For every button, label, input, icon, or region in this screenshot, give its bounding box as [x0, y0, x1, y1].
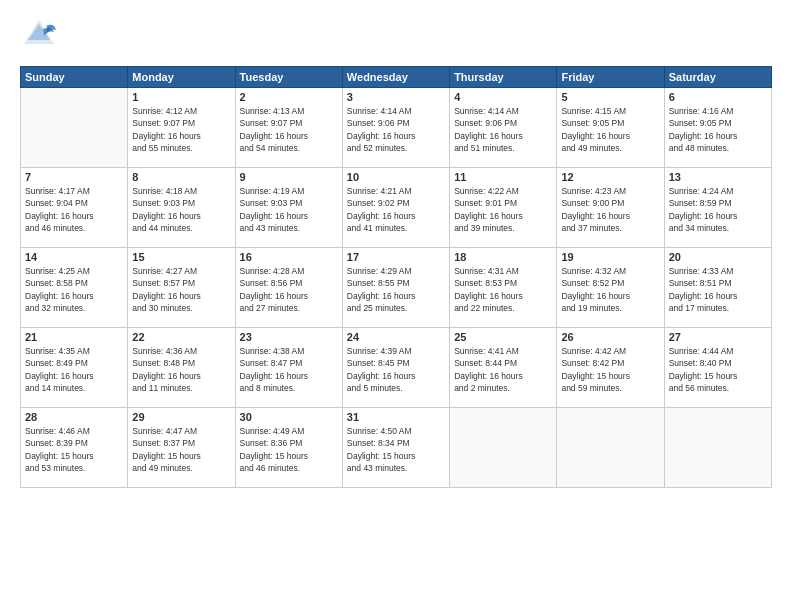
day-info: Sunrise: 4:32 AMSunset: 8:52 PMDaylight:…: [561, 265, 659, 314]
calendar-week-row: 14Sunrise: 4:25 AMSunset: 8:58 PMDayligh…: [21, 248, 772, 328]
calendar-cell: 17Sunrise: 4:29 AMSunset: 8:55 PMDayligh…: [342, 248, 449, 328]
calendar-cell: 25Sunrise: 4:41 AMSunset: 8:44 PMDayligh…: [450, 328, 557, 408]
day-number: 6: [669, 91, 767, 103]
day-number: 5: [561, 91, 659, 103]
page: SundayMondayTuesdayWednesdayThursdayFrid…: [0, 0, 792, 612]
calendar-day-header: Saturday: [664, 67, 771, 88]
day-number: 21: [25, 331, 123, 343]
calendar-cell: [21, 88, 128, 168]
day-info: Sunrise: 4:46 AMSunset: 8:39 PMDaylight:…: [25, 425, 123, 474]
calendar-cell: 8Sunrise: 4:18 AMSunset: 9:03 PMDaylight…: [128, 168, 235, 248]
day-info: Sunrise: 4:14 AMSunset: 9:06 PMDaylight:…: [347, 105, 445, 154]
calendar-week-row: 21Sunrise: 4:35 AMSunset: 8:49 PMDayligh…: [21, 328, 772, 408]
day-number: 20: [669, 251, 767, 263]
day-number: 13: [669, 171, 767, 183]
day-number: 15: [132, 251, 230, 263]
day-info: Sunrise: 4:44 AMSunset: 8:40 PMDaylight:…: [669, 345, 767, 394]
day-number: 19: [561, 251, 659, 263]
calendar-cell: 31Sunrise: 4:50 AMSunset: 8:34 PMDayligh…: [342, 408, 449, 488]
calendar-week-row: 1Sunrise: 4:12 AMSunset: 9:07 PMDaylight…: [21, 88, 772, 168]
day-info: Sunrise: 4:38 AMSunset: 8:47 PMDaylight:…: [240, 345, 338, 394]
day-number: 9: [240, 171, 338, 183]
day-number: 30: [240, 411, 338, 423]
day-info: Sunrise: 4:17 AMSunset: 9:04 PMDaylight:…: [25, 185, 123, 234]
logo: [20, 16, 62, 58]
calendar-cell: 15Sunrise: 4:27 AMSunset: 8:57 PMDayligh…: [128, 248, 235, 328]
day-info: Sunrise: 4:21 AMSunset: 9:02 PMDaylight:…: [347, 185, 445, 234]
day-info: Sunrise: 4:22 AMSunset: 9:01 PMDaylight:…: [454, 185, 552, 234]
day-number: 2: [240, 91, 338, 103]
day-number: 14: [25, 251, 123, 263]
day-number: 23: [240, 331, 338, 343]
day-info: Sunrise: 4:24 AMSunset: 8:59 PMDaylight:…: [669, 185, 767, 234]
day-number: 29: [132, 411, 230, 423]
day-number: 26: [561, 331, 659, 343]
day-number: 11: [454, 171, 552, 183]
day-info: Sunrise: 4:41 AMSunset: 8:44 PMDaylight:…: [454, 345, 552, 394]
calendar-cell: [450, 408, 557, 488]
calendar-cell: 5Sunrise: 4:15 AMSunset: 9:05 PMDaylight…: [557, 88, 664, 168]
day-number: 17: [347, 251, 445, 263]
calendar-header-row: SundayMondayTuesdayWednesdayThursdayFrid…: [21, 67, 772, 88]
day-info: Sunrise: 4:19 AMSunset: 9:03 PMDaylight:…: [240, 185, 338, 234]
day-number: 4: [454, 91, 552, 103]
calendar-cell: 16Sunrise: 4:28 AMSunset: 8:56 PMDayligh…: [235, 248, 342, 328]
calendar-day-header: Tuesday: [235, 67, 342, 88]
day-info: Sunrise: 4:13 AMSunset: 9:07 PMDaylight:…: [240, 105, 338, 154]
day-info: Sunrise: 4:50 AMSunset: 8:34 PMDaylight:…: [347, 425, 445, 474]
day-number: 12: [561, 171, 659, 183]
day-info: Sunrise: 4:33 AMSunset: 8:51 PMDaylight:…: [669, 265, 767, 314]
calendar-cell: [557, 408, 664, 488]
day-number: 22: [132, 331, 230, 343]
day-info: Sunrise: 4:27 AMSunset: 8:57 PMDaylight:…: [132, 265, 230, 314]
day-number: 25: [454, 331, 552, 343]
calendar-cell: 22Sunrise: 4:36 AMSunset: 8:48 PMDayligh…: [128, 328, 235, 408]
day-info: Sunrise: 4:29 AMSunset: 8:55 PMDaylight:…: [347, 265, 445, 314]
day-number: 16: [240, 251, 338, 263]
calendar-week-row: 28Sunrise: 4:46 AMSunset: 8:39 PMDayligh…: [21, 408, 772, 488]
calendar-cell: 21Sunrise: 4:35 AMSunset: 8:49 PMDayligh…: [21, 328, 128, 408]
calendar-cell: 2Sunrise: 4:13 AMSunset: 9:07 PMDaylight…: [235, 88, 342, 168]
calendar-cell: 3Sunrise: 4:14 AMSunset: 9:06 PMDaylight…: [342, 88, 449, 168]
day-info: Sunrise: 4:12 AMSunset: 9:07 PMDaylight:…: [132, 105, 230, 154]
calendar-cell: 23Sunrise: 4:38 AMSunset: 8:47 PMDayligh…: [235, 328, 342, 408]
calendar-day-header: Thursday: [450, 67, 557, 88]
calendar-table: SundayMondayTuesdayWednesdayThursdayFrid…: [20, 66, 772, 488]
calendar-cell: 19Sunrise: 4:32 AMSunset: 8:52 PMDayligh…: [557, 248, 664, 328]
calendar-cell: 18Sunrise: 4:31 AMSunset: 8:53 PMDayligh…: [450, 248, 557, 328]
calendar-cell: 28Sunrise: 4:46 AMSunset: 8:39 PMDayligh…: [21, 408, 128, 488]
logo-icon: [20, 16, 58, 58]
day-number: 27: [669, 331, 767, 343]
day-info: Sunrise: 4:23 AMSunset: 9:00 PMDaylight:…: [561, 185, 659, 234]
day-info: Sunrise: 4:18 AMSunset: 9:03 PMDaylight:…: [132, 185, 230, 234]
calendar-cell: 9Sunrise: 4:19 AMSunset: 9:03 PMDaylight…: [235, 168, 342, 248]
calendar-cell: 14Sunrise: 4:25 AMSunset: 8:58 PMDayligh…: [21, 248, 128, 328]
calendar-cell: 12Sunrise: 4:23 AMSunset: 9:00 PMDayligh…: [557, 168, 664, 248]
day-number: 7: [25, 171, 123, 183]
calendar-day-header: Sunday: [21, 67, 128, 88]
day-info: Sunrise: 4:42 AMSunset: 8:42 PMDaylight:…: [561, 345, 659, 394]
day-info: Sunrise: 4:39 AMSunset: 8:45 PMDaylight:…: [347, 345, 445, 394]
day-info: Sunrise: 4:47 AMSunset: 8:37 PMDaylight:…: [132, 425, 230, 474]
calendar-day-header: Monday: [128, 67, 235, 88]
calendar-cell: 1Sunrise: 4:12 AMSunset: 9:07 PMDaylight…: [128, 88, 235, 168]
calendar-cell: [664, 408, 771, 488]
day-number: 18: [454, 251, 552, 263]
calendar-week-row: 7Sunrise: 4:17 AMSunset: 9:04 PMDaylight…: [21, 168, 772, 248]
header: [20, 16, 772, 58]
day-number: 8: [132, 171, 230, 183]
day-number: 28: [25, 411, 123, 423]
day-info: Sunrise: 4:49 AMSunset: 8:36 PMDaylight:…: [240, 425, 338, 474]
day-number: 3: [347, 91, 445, 103]
day-info: Sunrise: 4:16 AMSunset: 9:05 PMDaylight:…: [669, 105, 767, 154]
calendar-cell: 26Sunrise: 4:42 AMSunset: 8:42 PMDayligh…: [557, 328, 664, 408]
calendar-cell: 7Sunrise: 4:17 AMSunset: 9:04 PMDaylight…: [21, 168, 128, 248]
day-number: 24: [347, 331, 445, 343]
day-info: Sunrise: 4:25 AMSunset: 8:58 PMDaylight:…: [25, 265, 123, 314]
calendar-cell: 29Sunrise: 4:47 AMSunset: 8:37 PMDayligh…: [128, 408, 235, 488]
calendar-cell: 24Sunrise: 4:39 AMSunset: 8:45 PMDayligh…: [342, 328, 449, 408]
calendar-cell: 20Sunrise: 4:33 AMSunset: 8:51 PMDayligh…: [664, 248, 771, 328]
calendar-cell: 4Sunrise: 4:14 AMSunset: 9:06 PMDaylight…: [450, 88, 557, 168]
day-info: Sunrise: 4:36 AMSunset: 8:48 PMDaylight:…: [132, 345, 230, 394]
calendar-cell: 10Sunrise: 4:21 AMSunset: 9:02 PMDayligh…: [342, 168, 449, 248]
